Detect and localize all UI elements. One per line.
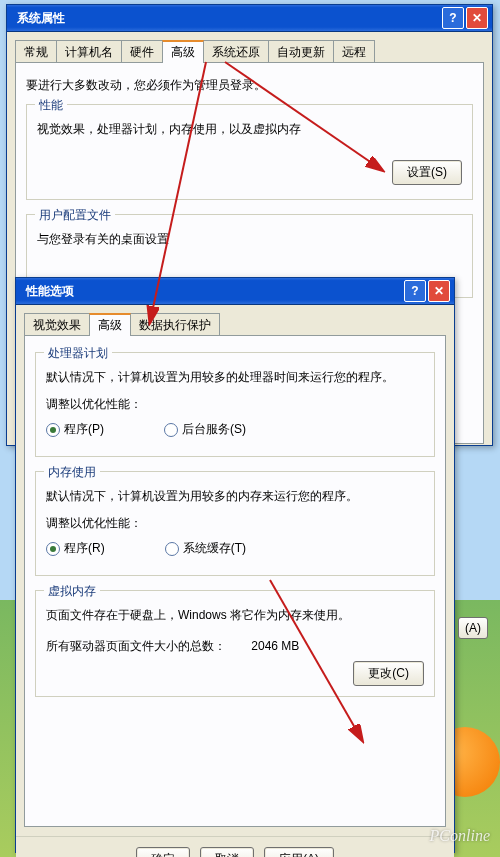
cpu-desc: 默认情况下，计算机设置为用较多的处理器时间来运行您的程序。 [46,369,424,386]
mem-radio-programs-label: 程序(R) [64,540,105,557]
ok-button[interactable]: 确定 [136,847,190,857]
cancel-button[interactable]: 取消 [200,847,254,857]
cpu-adjust-label: 调整以优化性能： [46,396,424,413]
tab-advanced[interactable]: 高级 [162,40,204,63]
close-icon[interactable]: ✕ [466,7,488,29]
vm-change-button[interactable]: 更改(C) [353,661,424,686]
tab-autoupdate[interactable]: 自动更新 [268,40,334,63]
mem-radio-cache[interactable]: 系统缓存(T) [165,540,246,557]
mem-desc: 默认情况下，计算机设置为用较多的内存来运行您的程序。 [46,488,424,505]
vm-groupbox: 虚拟内存 页面文件存在于硬盘上，Windows 将它作为内存来使用。 所有驱动器… [35,590,435,697]
mem-groupbox: 内存使用 默认情况下，计算机设置为用较多的内存来运行您的程序。 调整以优化性能：… [35,471,435,576]
admin-info-text: 要进行大多数改动，您必须作为管理员登录。 [26,77,473,94]
perfopts-buttonbar: 确定 取消 应用(A) [16,836,454,857]
perfopts-tabs: 视觉效果 高级 数据执行保护 [24,313,446,336]
cpu-groupbox: 处理器计划 默认情况下，计算机设置为用较多的处理器时间来运行您的程序。 调整以优… [35,352,435,457]
perfopts-titlebar: 性能选项 ? ✕ [16,278,454,305]
sysprops-tabs: 常规 计算机名 硬件 高级 系统还原 自动更新 远程 [15,40,484,63]
cpu-radio-background[interactable]: 后台服务(S) [164,421,246,438]
watermark-text: PConline [430,827,490,845]
tab-dep[interactable]: 数据执行保护 [130,313,220,336]
performance-group-title: 性能 [35,97,67,114]
radio-checked-icon [46,542,60,556]
tab-remote[interactable]: 远程 [333,40,375,63]
tab-hardware[interactable]: 硬件 [121,40,163,63]
sysprops-side-button[interactable]: (A) [458,617,488,639]
cpu-radio-programs-label: 程序(P) [64,421,104,438]
tab-general[interactable]: 常规 [15,40,57,63]
close-icon[interactable]: ✕ [428,280,450,302]
performance-groupbox: 性能 视觉效果，处理器计划，内存使用，以及虚拟内存 设置(S) [26,104,473,200]
sysprops-title: 系统属性 [11,10,440,27]
mem-radio-cache-label: 系统缓存(T) [183,540,246,557]
radio-unchecked-icon [164,423,178,437]
perfopts-panel: 处理器计划 默认情况下，计算机设置为用较多的处理器时间来运行您的程序。 调整以优… [24,335,446,827]
performance-desc: 视觉效果，处理器计划，内存使用，以及虚拟内存 [37,121,462,138]
performance-settings-button[interactable]: 设置(S) [392,160,462,185]
radio-checked-icon [46,423,60,437]
vm-group-title: 虚拟内存 [44,583,100,600]
help-icon[interactable]: ? [442,7,464,29]
tab-systemrestore[interactable]: 系统还原 [203,40,269,63]
vm-total-label: 所有驱动器页面文件大小的总数： [46,639,226,653]
help-icon[interactable]: ? [404,280,426,302]
userprofile-group-title: 用户配置文件 [35,207,115,224]
radio-unchecked-icon [165,542,179,556]
cpu-radio-background-label: 后台服务(S) [182,421,246,438]
apply-button[interactable]: 应用(A) [264,847,334,857]
cpu-radio-programs[interactable]: 程序(P) [46,421,104,438]
mem-adjust-label: 调整以优化性能： [46,515,424,532]
mem-group-title: 内存使用 [44,464,100,481]
mem-radio-programs[interactable]: 程序(R) [46,540,105,557]
sysprops-titlebar: 系统属性 ? ✕ [7,5,492,32]
vm-desc: 页面文件存在于硬盘上，Windows 将它作为内存来使用。 [46,607,424,624]
tab-perfadvanced[interactable]: 高级 [89,313,131,336]
cpu-group-title: 处理器计划 [44,345,112,362]
vm-total-value: 2046 MB [251,639,299,653]
tab-visualeffects[interactable]: 视觉效果 [24,313,90,336]
tab-computername[interactable]: 计算机名 [56,40,122,63]
userprofile-desc: 与您登录有关的桌面设置 [37,231,462,248]
performance-options-window: 性能选项 ? ✕ 视觉效果 高级 数据执行保护 处理器计划 默认情况下，计算机设… [15,277,455,853]
perfopts-title: 性能选项 [20,283,402,300]
